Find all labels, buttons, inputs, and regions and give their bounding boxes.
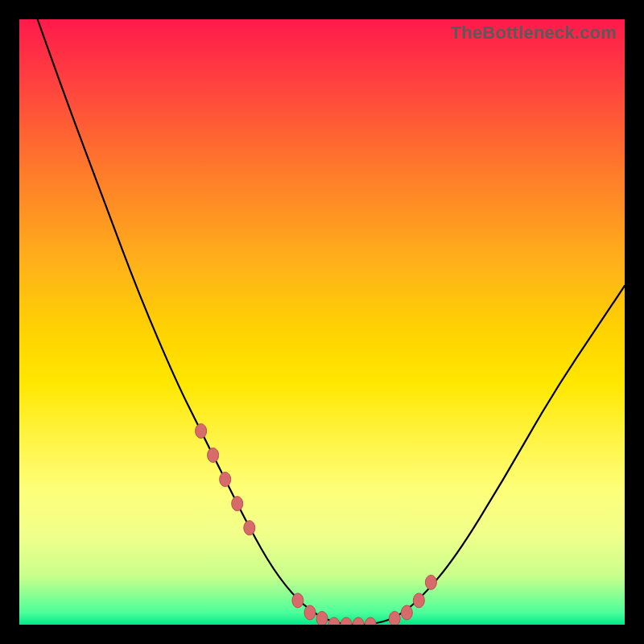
highlighted-point	[389, 612, 400, 625]
highlighted-point	[425, 575, 436, 589]
highlighted-point	[208, 448, 219, 462]
highlighted-point	[196, 423, 207, 438]
highlighted-point	[232, 497, 243, 511]
highlighted-point	[292, 593, 303, 608]
highlighted-point	[353, 617, 364, 625]
highlighted-point	[341, 617, 352, 625]
highlighted-point	[304, 605, 316, 620]
highlighted-point	[244, 521, 255, 535]
highlighted-point	[328, 617, 340, 625]
chart-plot-area: TheBottleneck.com	[19, 19, 625, 625]
bottleneck-curve-svg	[19, 19, 625, 625]
highlighted-point	[365, 617, 376, 625]
bottleneck-curve-path	[38, 19, 625, 625]
highlighted-point	[220, 473, 231, 487]
highlighted-points-group	[196, 423, 437, 625]
highlighted-point	[413, 593, 424, 608]
highlighted-point	[401, 605, 412, 620]
highlighted-point	[316, 612, 328, 625]
